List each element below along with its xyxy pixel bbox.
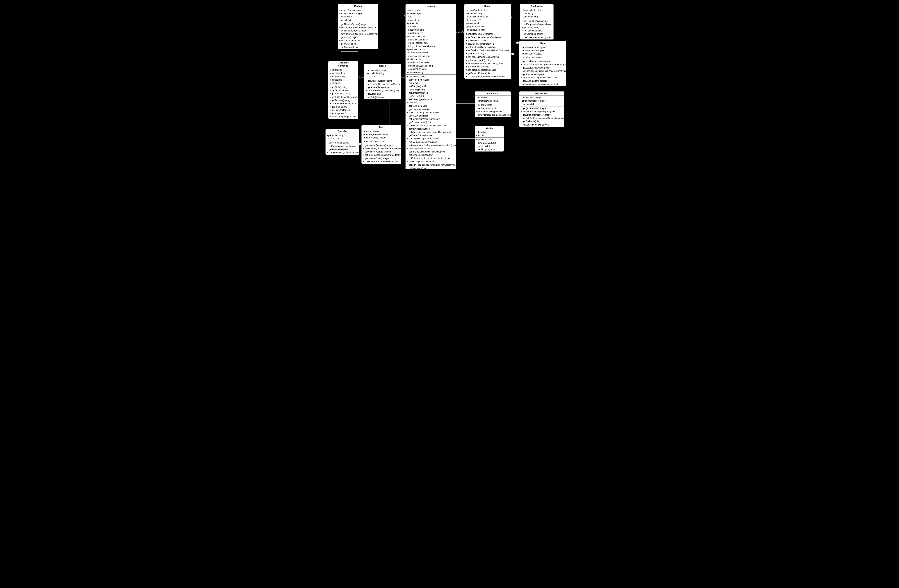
class-notificacao[interactable]: Notificacao- frequencia:datetime- titulo… <box>520 4 554 40</box>
operation: + getNumeroErros():integer <box>362 157 400 160</box>
class-title: Vacina <box>475 126 504 130</box>
operation: + getCorPonto():list <box>520 120 564 123</box>
attribute: - paisInstituicao:list <box>406 48 455 51</box>
attribute: - grupoRisco:boolean <box>406 42 455 45</box>
class-title: Usuario <box>406 4 456 8</box>
operation: + setTexto(texto):void <box>329 108 357 112</box>
attribute: # titulo:string <box>329 68 357 72</box>
class-conteudo[interactable]: <<Abstract>>Conteudo# titulo:string# sub… <box>328 61 358 119</box>
operation: + getEstadoInstituicao():list <box>406 153 455 157</box>
operation: + setPaisInstituicao(paisInstituicao):vo… <box>406 150 455 153</box>
operation: + setSintomas(sintomas):void <box>465 42 510 45</box>
class-calendario[interactable]: Calendario- data:date- sintomasDia:boole… <box>475 91 511 117</box>
operation: + getEmissorNoticia():string <box>365 79 400 83</box>
operation: + setNumeroQuizes(numeroCursos):void <box>338 32 377 35</box>
operation: + getQntdSintomaticos():integer <box>520 113 564 117</box>
class-questao[interactable]: Questão- pergunta:string- alternativas: … <box>326 129 359 155</box>
operation: + getImagem():? <box>329 112 357 115</box>
attribute: - localizacaoUsuario: point <box>520 46 565 49</box>
class-title: Notificacao <box>520 4 553 8</box>
operation: + setConteudo(conteudo):void <box>521 36 553 39</box>
class-modulo[interactable]: Modulo- numeroCursos: integer- numeroQui… <box>338 4 378 49</box>
operation: + setSintomasDia(sintomasDia):void <box>476 113 510 117</box>
operation: + getConteudo():string <box>521 32 553 35</box>
attribute: - pontosCasos: object <box>520 52 565 56</box>
operation: + getContatoExterno():list <box>465 72 510 75</box>
operation: + setNumeroCursos(numeroCursos):void <box>338 26 377 29</box>
operation: + getTitulo():string <box>521 26 553 29</box>
operation: + setLocalizacaoOutros(localizacaoOutros… <box>520 69 565 73</box>
attribute: - matriculaInstituicao:string <box>406 64 455 68</box>
operation: + setPontosCasos(pontosCasos):void <box>520 76 565 79</box>
operation: + getNascimento():date <box>406 108 455 111</box>
operation: + setTipo(tipo):void <box>476 148 503 151</box>
attribute: - qntdReports: integer <box>520 96 564 99</box>
operation: + getQuiz():object <box>338 42 377 45</box>
attribute: - frequencia:datetime <box>521 9 553 12</box>
operations-section: + getFrequencia():datetime+ setFrequenci… <box>520 19 553 39</box>
attributes-section: - qntdReports: integer- qntdSintomaticos… <box>519 96 564 106</box>
operations-section: + getTitulo():string+ setTitulo(titulo):… <box>328 85 358 119</box>
attributes-section: - questao: object- numeroQuestoes:intege… <box>361 129 401 143</box>
attribute: - arrobaMidia:string <box>365 72 400 75</box>
operations-section: + getNome():string+ setNome(nome):void+ … <box>406 75 456 169</box>
operation: + getEmail():string <box>406 88 455 91</box>
attribute: - campusInstituicao:list <box>406 61 455 64</box>
class-title: Modulo <box>338 4 378 8</box>
class-quiz[interactable]: Quiz- questao: object- numeroQuestoes:in… <box>361 125 401 164</box>
operation: + getData():date <box>365 92 400 96</box>
class-pontoscasos[interactable]: PontosCasos- qntdReports: integer- qntdS… <box>519 91 564 127</box>
attribute: - categoriaEnsino:list <box>406 68 455 71</box>
class-noticia[interactable]: Noticia- emissorNoticia:string- arrobaMi… <box>364 64 401 99</box>
attribute: - nomeUsuario <box>465 22 510 25</box>
operation: + setPerguntas(perguntas):void <box>326 145 358 148</box>
operation: + getFoto(): ? <box>406 82 455 85</box>
attribute: - perguntas:boolean <box>465 25 510 28</box>
operation: + getCurso():object <box>338 36 377 39</box>
operation: + getMunicipioInstituicao():list <box>406 160 455 163</box>
class-report[interactable]: Report- estadoSaude:boolean- sintomas:st… <box>464 4 511 79</box>
operation: + getData():date <box>476 103 510 106</box>
attribute: - questao: object <box>362 130 400 133</box>
attribute: - emissorNoticia:string <box>365 68 400 72</box>
operation: + setNumeroQuestoes(numeroQuestoes):void <box>362 147 400 150</box>
attribute: # resumo:string <box>329 75 357 78</box>
class-vacina[interactable]: Vacina- data:date- tipo:list+ getData():… <box>475 126 504 151</box>
attribute: - paisOrigem:list <box>406 31 455 35</box>
operation: + getSubtitulo():string <box>329 92 357 95</box>
attribute: - integranteInstituicao:boolean <box>406 45 455 48</box>
attribute: - data:date <box>476 96 510 99</box>
operation: + setContatoExterno(contatoExterno):void <box>465 75 510 78</box>
attribute: - qntdSintomaticos: integer <box>520 99 564 102</box>
operation: + setEstadoSaude(estadoSaude):void <box>465 36 510 39</box>
operation: + setMapaImagem(mapaImagem):void <box>520 83 565 86</box>
attribute: - estadoInstituicao:list <box>406 51 455 54</box>
operation: + setEstadoUsuario(estadoUsuario):void <box>406 124 455 127</box>
class-title: Quiz <box>361 125 401 129</box>
operation: + setPaisOrigem(paisOrigem):void <box>406 117 455 120</box>
class-title: Conteudo <box>328 64 358 68</box>
operations-section: + getEmissorNoticia():string+ setEmissor… <box>364 79 401 99</box>
operation: + getResumo():string <box>329 99 357 102</box>
operation: + setFoto(foto):void <box>406 85 455 88</box>
operation: + getNumeroCursos():integer <box>338 23 377 26</box>
attribute: - numeroErros:integer <box>362 139 400 143</box>
attribute: - conteudo:string <box>521 15 553 19</box>
attributes-section: - data:date- sintomasDia:boolean <box>475 96 511 103</box>
attribute: - nome:string <box>406 9 455 12</box>
operation: + setEmail(email):void <box>406 91 455 94</box>
attributes-section: - emissorNoticia:string- arrobaMidia:str… <box>364 68 401 79</box>
operation: + getTitulo():string <box>329 86 357 89</box>
operation: + setGenero(genero):void <box>406 98 455 101</box>
operation: + getEstadoSaude():boolean <box>465 32 510 35</box>
operation: + getRaca():list <box>406 101 455 104</box>
class-usuario[interactable]: Usuario- nome:string- idade:integer- fot… <box>405 4 456 169</box>
operation: + getFotoUsuario():? <box>465 52 510 55</box>
operations-section: + getEstadoSaude():boolean+ setEstadoSau… <box>465 32 511 79</box>
operation: + getNome():string <box>406 75 455 78</box>
attribute: - sintomas:string <box>465 12 510 15</box>
class-mapa[interactable]: Mapa- localizacaoUsuario: point- localiz… <box>519 41 566 86</box>
operation: + setArrobaMidia(arrobaMidia):void <box>365 89 400 92</box>
operation: + getInstituicao():list <box>406 167 455 169</box>
operation: + getSintomasDia():boolean <box>476 110 510 113</box>
